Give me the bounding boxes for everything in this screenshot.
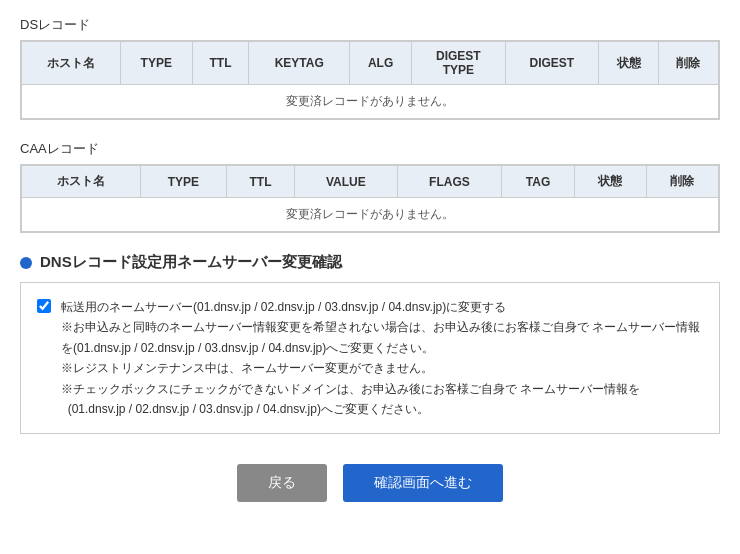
- caa-table: ホスト名 TYPE TTL VALUE FLAGS TAG 状態 削除 変更済レ…: [21, 165, 719, 232]
- ds-record-section: DSレコード ホスト名 TYPE TTL KEYTAG ALG DIGESTTY…: [20, 16, 720, 120]
- ds-col-delete: 削除: [658, 42, 718, 85]
- caa-col-status: 状態: [575, 166, 647, 198]
- ds-table: ホスト名 TYPE TTL KEYTAG ALG DIGESTTYPE DIGE…: [21, 41, 719, 119]
- dns-checkbox-area[interactable]: [37, 299, 51, 319]
- button-row: 戻る 確認画面へ進む: [20, 464, 720, 502]
- ds-col-digest: DIGEST: [505, 42, 598, 85]
- caa-no-records-row: 変更済レコードがありません。: [22, 198, 719, 232]
- ds-section-label: DSレコード: [20, 16, 720, 34]
- notice-line-1: 転送用のネームサーバー(01.dnsv.jp / 02.dnsv.jp / 03…: [61, 297, 703, 317]
- ds-col-status: 状態: [599, 42, 659, 85]
- dns-notice-text: 転送用のネームサーバー(01.dnsv.jp / 02.dnsv.jp / 03…: [61, 297, 703, 419]
- heading-dot-icon: [20, 257, 32, 269]
- caa-col-delete: 削除: [646, 166, 718, 198]
- caa-col-ttl: TTL: [226, 166, 294, 198]
- back-button[interactable]: 戻る: [237, 464, 327, 502]
- notice-line-4: ※チェックボックスにチェックができないドメインは、お申込み後にお客様ご自身で ネ…: [61, 379, 703, 420]
- caa-no-records-msg: 変更済レコードがありません。: [22, 198, 719, 232]
- ds-col-digest-type: DIGESTTYPE: [412, 42, 505, 85]
- ds-col-alg: ALG: [350, 42, 412, 85]
- notice-line-3: ※レジストリメンテナンス中は、ネームサーバー変更ができません。: [61, 358, 703, 378]
- ds-col-ttl: TTL: [192, 42, 249, 85]
- caa-col-value: VALUE: [295, 166, 398, 198]
- caa-table-wrapper: ホスト名 TYPE TTL VALUE FLAGS TAG 状態 削除 変更済レ…: [20, 164, 720, 233]
- ds-col-hostname: ホスト名: [22, 42, 121, 85]
- caa-section-label: CAAレコード: [20, 140, 720, 158]
- confirm-button[interactable]: 確認画面へ進む: [343, 464, 503, 502]
- ds-no-records-row: 変更済レコードがありません。: [22, 85, 719, 119]
- ds-col-type: TYPE: [120, 42, 192, 85]
- caa-col-hostname: ホスト名: [22, 166, 141, 198]
- caa-col-tag: TAG: [502, 166, 575, 198]
- dns-nameserver-section: DNSレコード設定用ネームサーバー変更確認 転送用のネームサーバー(01.dns…: [20, 253, 720, 434]
- notice-line-2: ※お申込みと同時のネームサーバー情報変更を希望されない場合は、お申込み後にお客様…: [61, 317, 703, 358]
- ds-header-row: ホスト名 TYPE TTL KEYTAG ALG DIGESTTYPE DIGE…: [22, 42, 719, 85]
- dns-heading-text: DNSレコード設定用ネームサーバー変更確認: [40, 253, 342, 272]
- dns-nameserver-checkbox[interactable]: [37, 299, 51, 313]
- ds-table-wrapper: ホスト名 TYPE TTL KEYTAG ALG DIGESTTYPE DIGE…: [20, 40, 720, 120]
- ds-no-records-msg: 変更済レコードがありません。: [22, 85, 719, 119]
- caa-header-row: ホスト名 TYPE TTL VALUE FLAGS TAG 状態 削除: [22, 166, 719, 198]
- caa-col-flags: FLAGS: [397, 166, 501, 198]
- dns-section-heading: DNSレコード設定用ネームサーバー変更確認: [20, 253, 720, 272]
- ds-col-keytag: KEYTAG: [249, 42, 350, 85]
- caa-col-type: TYPE: [140, 166, 226, 198]
- dns-notice-box: 転送用のネームサーバー(01.dnsv.jp / 02.dnsv.jp / 03…: [20, 282, 720, 434]
- caa-record-section: CAAレコード ホスト名 TYPE TTL VALUE FLAGS TAG 状態…: [20, 140, 720, 233]
